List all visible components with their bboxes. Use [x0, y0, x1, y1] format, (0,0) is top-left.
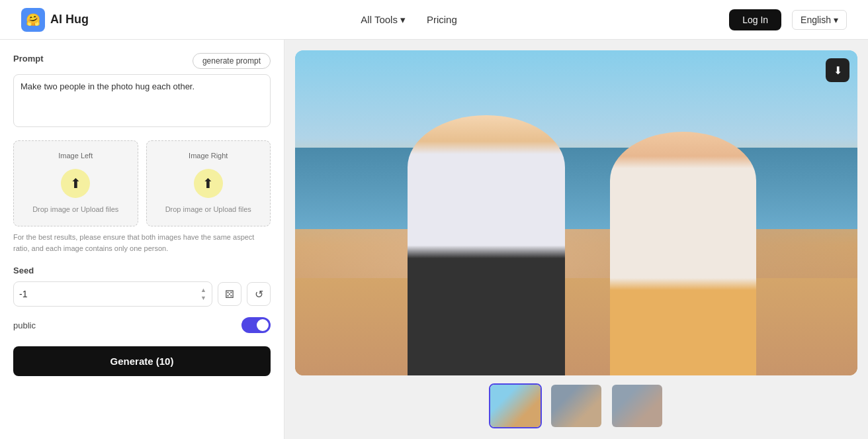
- public-label: public: [13, 320, 36, 330]
- image-right-upload[interactable]: Image Right ⬆ Drop image or Upload files: [146, 140, 271, 226]
- thumbnail-3[interactable]: [611, 383, 664, 428]
- thumbnails-row: [295, 383, 857, 428]
- download-button[interactable]: ⬇: [826, 58, 849, 82]
- thumbnail-image-3: [612, 385, 662, 427]
- sand-background: [295, 278, 857, 375]
- header-right: Log In English ▾: [729, 9, 847, 30]
- logo-text: AI Hug: [50, 13, 89, 26]
- prompt-header: Prompt generate prompt: [13, 53, 271, 69]
- left-panel: Prompt generate prompt Make two people i…: [0, 40, 284, 439]
- main-image: [295, 50, 857, 375]
- main-layout: Prompt generate prompt Make two people i…: [0, 40, 868, 439]
- seed-input-wrap: ▲ ▼: [13, 281, 212, 307]
- thumbnail-image-1: [490, 385, 541, 427]
- login-button[interactable]: Log In: [729, 9, 781, 30]
- image-right-label-col: Image Right: [189, 152, 228, 162]
- seed-input[interactable]: [19, 289, 200, 299]
- generate-button[interactable]: Generate (10): [13, 346, 271, 376]
- seed-row: ▲ ▼ ⚄ ↺: [13, 281, 271, 307]
- upload-icon-left: ⬆: [61, 169, 90, 198]
- download-icon: ⬇: [834, 64, 842, 77]
- seed-spinner[interactable]: ▲ ▼: [200, 287, 206, 302]
- pricing-nav[interactable]: Pricing: [427, 14, 457, 25]
- refresh-icon: ↺: [255, 288, 263, 301]
- hint-text: For the best results, please ensure that…: [13, 232, 271, 254]
- all-tools-nav[interactable]: All Tools ▾: [361, 14, 406, 26]
- image-left-label: Image Left: [58, 152, 93, 160]
- prompt-label: Prompt: [13, 54, 44, 64]
- seed-down-icon[interactable]: ▼: [200, 295, 206, 302]
- ocean-background: [295, 148, 857, 229]
- thumbnail-1[interactable]: [489, 383, 542, 428]
- person-left-figure: [408, 115, 565, 375]
- all-tools-label: All Tools: [361, 14, 398, 25]
- person-right-figure: [610, 132, 756, 375]
- image-upload-row: Image Left ⬆ Drop image or Upload files …: [13, 140, 271, 226]
- upload-text-right: Drop image or Upload files: [165, 205, 251, 215]
- main-nav: All Tools ▾ Pricing: [361, 14, 456, 26]
- upload-icon-right: ⬆: [194, 169, 223, 198]
- chevron-down-icon: ▾: [834, 15, 838, 25]
- generate-prompt-button[interactable]: generate prompt: [193, 53, 271, 69]
- image-left-upload[interactable]: Image Left ⬆ Drop image or Upload files: [13, 140, 138, 226]
- image-right-label: Image Right: [189, 152, 228, 160]
- upload-arrow-icon: ⬆: [70, 175, 81, 191]
- public-toggle[interactable]: [241, 317, 271, 333]
- right-panel: ⬇: [284, 40, 868, 439]
- main-image-wrap: ⬇: [295, 50, 857, 375]
- pricing-label: Pricing: [427, 14, 457, 25]
- seed-refresh-button[interactable]: ↺: [247, 282, 271, 306]
- thumbnail-2[interactable]: [550, 383, 603, 428]
- upload-arrow-icon-right: ⬆: [202, 175, 214, 191]
- seed-label: Seed: [13, 266, 34, 275]
- language-label: English: [801, 15, 831, 25]
- seed-dice-button[interactable]: ⚄: [218, 282, 241, 306]
- language-selector[interactable]: English ▾: [792, 10, 847, 30]
- image-left-label-col: Image Left: [58, 152, 93, 162]
- dice-icon: ⚄: [225, 288, 234, 301]
- seed-up-icon[interactable]: ▲: [200, 287, 206, 294]
- logo[interactable]: 🤗 AI Hug: [21, 8, 89, 32]
- seed-section: Seed ▲ ▼ ⚄ ↺: [13, 264, 271, 307]
- upload-text-left: Drop image or Upload files: [32, 205, 118, 215]
- thumbnail-image-2: [551, 385, 601, 427]
- prompt-textarea[interactable]: Make two people in the photo hug each ot…: [13, 74, 271, 127]
- logo-icon: 🤗: [21, 8, 45, 32]
- chevron-down-icon: ▾: [400, 14, 406, 26]
- public-row: public: [13, 317, 271, 333]
